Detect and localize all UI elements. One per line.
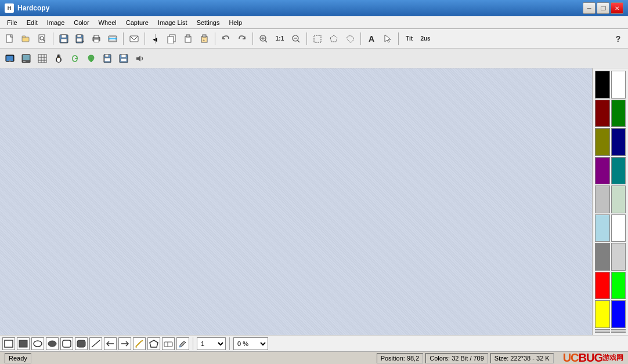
svg-point-67 bbox=[48, 341, 56, 347]
paste-button[interactable] bbox=[181, 31, 196, 46]
copy-button[interactable] bbox=[164, 31, 179, 46]
select-rect-button[interactable] bbox=[310, 31, 325, 46]
font-tit-button[interactable]: Tit bbox=[402, 31, 417, 46]
cursor-tool-button[interactable] bbox=[380, 31, 395, 46]
tb2-btn8[interactable] bbox=[116, 51, 131, 66]
preview-button[interactable] bbox=[35, 31, 50, 46]
open-button[interactable] bbox=[19, 31, 34, 46]
status-ready: Ready bbox=[5, 353, 31, 363]
zoom-in-button[interactable] bbox=[288, 31, 304, 46]
color-swatch-dark-green[interactable] bbox=[611, 100, 626, 128]
shape-rect-outline[interactable] bbox=[2, 337, 15, 350]
color-swatch-light-green[interactable] bbox=[611, 185, 626, 213]
undo-button[interactable] bbox=[218, 31, 233, 46]
svg-rect-64 bbox=[5, 340, 13, 347]
color-swatch-magenta[interactable] bbox=[595, 329, 610, 330]
color-swatch-light-blue[interactable] bbox=[595, 214, 610, 242]
svg-rect-36 bbox=[314, 35, 321, 42]
minimize-button[interactable]: ─ bbox=[583, 2, 595, 14]
eraser-tool[interactable] bbox=[162, 337, 175, 350]
email-button[interactable] bbox=[127, 31, 142, 46]
tb2-btn5[interactable] bbox=[67, 51, 82, 66]
tb2-btn9[interactable] bbox=[132, 51, 147, 66]
close-button[interactable]: ✕ bbox=[611, 2, 623, 14]
save-as-button[interactable]: + bbox=[73, 31, 88, 46]
shape-round-rect-outline[interactable] bbox=[60, 337, 73, 350]
shape-arrow-left[interactable] bbox=[104, 337, 117, 350]
color-swatch-white3[interactable] bbox=[611, 332, 626, 333]
color-swatch-black[interactable] bbox=[595, 71, 610, 99]
cut-left-button[interactable]: ◄ bbox=[148, 31, 163, 46]
svg-point-66 bbox=[34, 341, 42, 347]
bottom-sep2 bbox=[229, 337, 230, 350]
shape-arrow-right[interactable] bbox=[118, 337, 131, 350]
svg-rect-45 bbox=[38, 54, 46, 63]
shape-ellipse-outline[interactable] bbox=[31, 337, 44, 350]
menu-edit[interactable]: Edit bbox=[22, 16, 42, 28]
color-swatch-dark-red[interactable] bbox=[595, 100, 610, 128]
tb2-btn7[interactable] bbox=[100, 51, 115, 66]
menu-file[interactable]: File bbox=[2, 16, 22, 28]
svg-rect-8 bbox=[61, 39, 67, 42]
redo-button[interactable] bbox=[234, 31, 250, 46]
color-swatch-lime[interactable] bbox=[611, 272, 626, 300]
print-button[interactable] bbox=[89, 31, 104, 46]
color-swatch-navy[interactable] bbox=[611, 128, 626, 156]
app-title: Hardcopy bbox=[17, 4, 583, 12]
color-swatch-black2[interactable] bbox=[595, 332, 610, 333]
polygon-tool[interactable] bbox=[147, 337, 160, 350]
tb2-btn1[interactable] bbox=[2, 51, 17, 66]
menu-image[interactable]: Image bbox=[42, 16, 70, 28]
canvas-area[interactable] bbox=[0, 68, 592, 335]
tb2-btn2[interactable] bbox=[19, 51, 34, 66]
menu-help[interactable]: Help bbox=[224, 16, 247, 28]
menu-wheel[interactable]: Wheel bbox=[94, 16, 121, 28]
color-swatch-yellow[interactable] bbox=[595, 300, 610, 328]
color-swatch-cyan[interactable] bbox=[611, 329, 626, 330]
tb2-btn6[interactable] bbox=[84, 51, 99, 66]
menu-settings[interactable]: Settings bbox=[192, 16, 225, 28]
color-swatch-teal[interactable] bbox=[611, 157, 626, 185]
svg-rect-62 bbox=[121, 59, 127, 61]
help-button[interactable]: ? bbox=[611, 31, 626, 46]
restore-button[interactable]: ❐ bbox=[597, 2, 609, 14]
paste2-button[interactable]: + bbox=[197, 31, 212, 46]
svg-marker-37 bbox=[330, 35, 337, 42]
select-poly-button[interactable] bbox=[326, 31, 341, 46]
color-swatch-blue[interactable] bbox=[611, 300, 626, 328]
tb2-btn4[interactable] bbox=[51, 51, 66, 66]
tb2-btn3[interactable] bbox=[35, 51, 50, 66]
shape-rect-filled[interactable] bbox=[17, 337, 30, 350]
color-swatch-light-gray[interactable] bbox=[611, 243, 626, 271]
shape-line[interactable] bbox=[89, 337, 102, 350]
shape-round-rect-filled[interactable] bbox=[75, 337, 88, 350]
pencil-tool[interactable] bbox=[133, 337, 146, 350]
color-swatch-white[interactable] bbox=[611, 71, 626, 99]
shape-ellipse-filled[interactable] bbox=[46, 337, 59, 350]
lasso-button[interactable] bbox=[342, 31, 358, 46]
window-controls: ─ ❐ ✕ bbox=[583, 2, 623, 14]
menu-capture[interactable]: Capture bbox=[121, 16, 153, 28]
text-tool-button[interactable]: A bbox=[364, 31, 379, 46]
svg-text:+: + bbox=[82, 39, 84, 43]
app-icon: H bbox=[5, 3, 14, 13]
menu-color[interactable]: Color bbox=[69, 16, 93, 28]
color-swatch-silver[interactable] bbox=[595, 185, 610, 213]
font-2us-button[interactable]: 2us bbox=[418, 31, 433, 46]
color-swatch-purple[interactable] bbox=[595, 157, 610, 185]
save-button[interactable] bbox=[56, 31, 71, 46]
color-swatch-olive[interactable] bbox=[595, 128, 610, 156]
menu-imagelist[interactable]: Image List bbox=[153, 16, 192, 28]
opacity-select[interactable]: 0 % 25 % 50 % 75 % 100 % bbox=[233, 337, 268, 350]
status-bar: Ready Position: 98,2 Colors: 32 Bit / 70… bbox=[0, 351, 628, 364]
eyedropper-tool[interactable] bbox=[176, 337, 189, 350]
line-width-select[interactable]: 1 2 3 4 5 bbox=[197, 337, 226, 350]
scan-button[interactable] bbox=[105, 31, 120, 46]
bottom-sep1 bbox=[193, 337, 193, 350]
color-swatch-gray[interactable] bbox=[595, 243, 610, 271]
new-button[interactable] bbox=[2, 31, 17, 46]
color-swatch-red[interactable] bbox=[595, 272, 610, 300]
color-swatch-white2[interactable] bbox=[611, 214, 626, 242]
zoom-1to1-button[interactable]: 1:1 bbox=[272, 31, 287, 46]
zoom-fit-button[interactable] bbox=[256, 31, 271, 46]
